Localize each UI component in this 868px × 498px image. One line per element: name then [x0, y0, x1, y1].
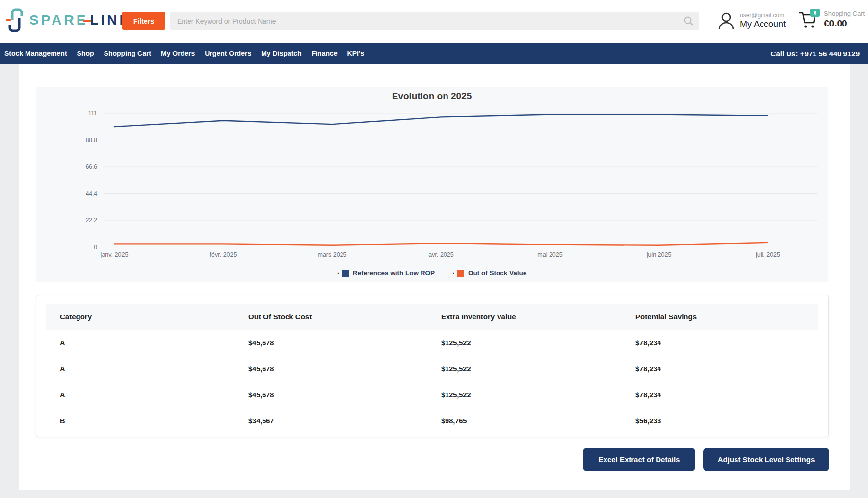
nav-item-finance[interactable]: Finance — [312, 50, 338, 57]
table-row: A$45,678$125,522$78,234 — [46, 382, 818, 408]
category-table-panel: CategoryOut Of Stock CostExtra Inventory… — [36, 295, 829, 437]
nav-items: Stock ManagementShopShopping CartMy Orde… — [0, 50, 364, 57]
legend-label: References with Low ROP — [353, 269, 435, 277]
kpi-card-bottom-1 — [36, 64, 223, 66]
table-cell: $78,234 — [622, 330, 818, 356]
y-axis-tick: 44.4 — [86, 190, 98, 197]
nav-item-my-orders[interactable]: My Orders — [161, 50, 195, 57]
app-root: SPARELINK Filters user@gmail.com My Acco… — [0, 0, 868, 498]
kpi-card-bottom-4 — [640, 64, 828, 66]
table-header-cell: Potential Savings — [622, 304, 818, 330]
legend-swatch-icon — [457, 270, 464, 277]
filters-button[interactable]: Filters — [122, 12, 165, 30]
table-header-cell: Category — [46, 304, 235, 330]
account-email: user@gmail.com — [740, 12, 786, 19]
table-cell: $98,765 — [427, 408, 622, 434]
legend-swatch-icon — [342, 270, 349, 277]
x-axis-tick: juin 2025 — [646, 251, 672, 258]
y-axis-tick: 0 — [94, 244, 97, 251]
table-cell: $125,522 — [427, 382, 622, 408]
table-header-cell: Out Of Stock Cost — [235, 304, 427, 330]
table-row: B$34,567$98,765$56,233 — [46, 408, 818, 434]
table-cell: $45,678 — [235, 330, 427, 356]
kpi-card-bottom-3 — [439, 64, 626, 66]
nav-item-stock-management[interactable]: Stock Management — [4, 50, 67, 57]
nav-item-shopping-cart[interactable]: Shopping Cart — [104, 50, 151, 57]
logo[interactable]: SPARELINK — [5, 6, 132, 34]
account-label: My Account — [740, 19, 786, 29]
evolution-line-chart[interactable]: 022.244.466.688.8111janv. 2025févr. 2025… — [36, 87, 828, 282]
nav-item-urgent-orders[interactable]: Urgent Orders — [205, 50, 251, 57]
main-navbar: Stock ManagementShopShopping CartMy Orde… — [0, 43, 868, 64]
table-cell: $78,234 — [622, 382, 818, 408]
search-bar — [170, 12, 699, 30]
table-cell: $125,522 — [427, 356, 622, 382]
cart-label: Shopping Cart — [824, 10, 865, 18]
x-axis-tick: juil. 2025 — [755, 251, 780, 258]
table-header-cell: Extra Inventory Value — [427, 304, 622, 330]
category-table: CategoryOut Of Stock CostExtra Inventory… — [46, 304, 818, 434]
y-axis-tick: 88.8 — [86, 137, 98, 144]
logo-icon — [5, 6, 26, 34]
x-axis-tick: avr. 2025 — [428, 251, 453, 258]
header: SPARELINK Filters user@gmail.com My Acco… — [0, 0, 868, 43]
my-account[interactable]: user@gmail.com My Account — [717, 11, 786, 30]
series-line-out-of-stock-value — [114, 243, 768, 245]
table-cell: $56,233 — [622, 408, 818, 434]
call-us-label: Call Us: +971 56 440 9129 — [771, 43, 860, 64]
evolution-chart-panel: Evolution on 2025 022.244.466.688.8111ja… — [36, 87, 828, 282]
y-axis-tick: 111 — [88, 110, 98, 117]
adjust-stock-button[interactable]: Adjust Stock Level Settings — [703, 448, 829, 471]
nav-item-kpi-s[interactable]: KPI's — [347, 50, 364, 57]
table-cell: $125,522 — [427, 330, 622, 356]
table-cell: A — [46, 382, 235, 408]
table-cell: $45,678 — [235, 382, 427, 408]
shopping-cart[interactable]: 0 Shopping Cart €0.00 — [798, 10, 865, 29]
cart-count-badge: 0 — [810, 9, 820, 17]
legend-label: Out of Stock Value — [468, 269, 526, 277]
table-cell: A — [46, 330, 235, 356]
kpi-card-bottom-2 — [237, 64, 425, 66]
table-row: A$45,678$125,522$78,234 — [46, 330, 818, 356]
x-axis-tick: janv. 2025 — [100, 251, 129, 258]
table-header-row: CategoryOut Of Stock CostExtra Inventory… — [46, 304, 818, 330]
x-axis-tick: févr. 2025 — [210, 251, 237, 258]
legend-item-out-of-stock-value[interactable]: Out of Stock Value — [452, 269, 526, 277]
table-cell: $45,678 — [235, 356, 427, 382]
x-axis-tick: mai 2025 — [537, 251, 562, 258]
search-input[interactable] — [170, 12, 699, 30]
table-cell: $78,234 — [622, 356, 818, 382]
user-icon — [717, 11, 735, 30]
logo-spare: SPARE — [29, 12, 88, 27]
x-axis-tick: mars 2025 — [317, 251, 346, 258]
table-row: A$45,678$125,522$78,234 — [46, 356, 818, 382]
legend-item-references-with-low-rop[interactable]: References with Low ROP — [337, 269, 435, 277]
y-axis-tick: 22.2 — [86, 217, 98, 224]
series-line-references-with-low-rop — [114, 114, 768, 127]
nav-item-shop[interactable]: Shop — [77, 50, 94, 57]
excel-extract-button[interactable]: Excel Extract of Details — [583, 448, 695, 471]
table-cell: A — [46, 356, 235, 382]
search-icon[interactable] — [684, 16, 694, 28]
table-cell: $34,567 — [235, 408, 427, 434]
chart-legend: References with Low ROPOut of Stock Valu… — [36, 269, 828, 277]
y-axis-tick: 66.6 — [86, 163, 98, 170]
nav-item-my-dispatch[interactable]: My Dispatch — [261, 50, 301, 57]
cart-amount: €0.00 — [824, 18, 865, 29]
table-cell: B — [46, 408, 235, 434]
logo-text: SPARELINK — [29, 12, 132, 28]
